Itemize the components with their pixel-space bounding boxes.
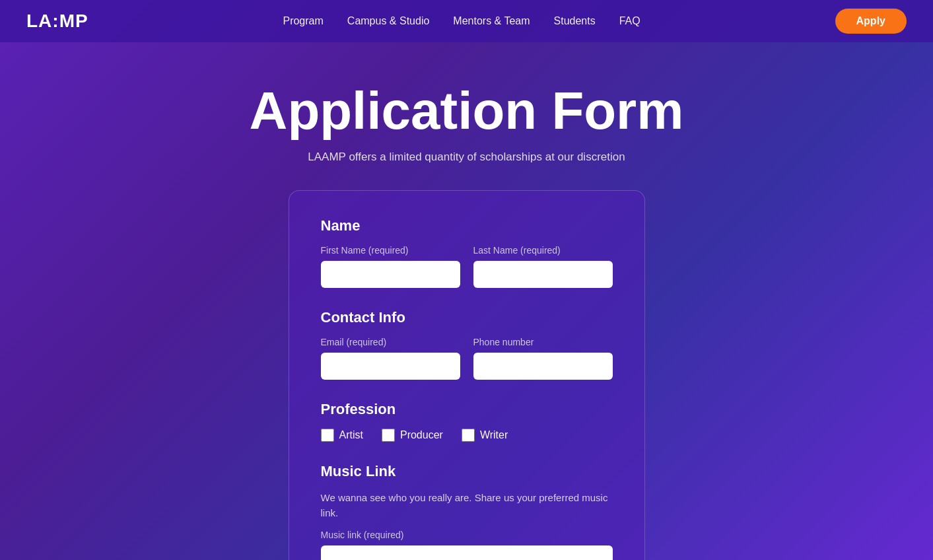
last-name-field: Last Name (required) [473,245,613,288]
writer-label: Writer [480,429,508,441]
phone-field: Phone number [473,337,613,380]
nav-item-campus-studio[interactable]: Campus & Studio [347,15,430,26]
profession-section: Profession Artist Producer Writer [321,401,613,442]
hero-section: Application Form LAAMP offers a limited … [0,42,933,190]
producer-label: Producer [400,429,443,441]
page-title: Application Form [13,82,920,140]
first-name-field: First Name (required) [321,245,460,288]
music-link-field: Music link (required) [321,530,613,560]
application-form-card: Name First Name (required) Last Name (re… [289,190,645,560]
artist-checkbox[interactable] [321,429,334,442]
nav-links: Program Campus & Studio Mentors & Team S… [283,15,640,27]
first-name-input[interactable] [321,261,460,288]
name-section-heading: Name [321,217,613,234]
music-link-input[interactable] [321,545,613,560]
last-name-input[interactable] [473,261,613,288]
profession-section-heading: Profession [321,401,613,418]
writer-checkbox[interactable] [462,429,475,442]
apply-button[interactable]: Apply [835,9,907,34]
producer-checkbox[interactable] [382,429,395,442]
nav-item-faq[interactable]: FAQ [619,15,640,26]
logo: LA:MP [26,11,88,32]
music-link-description: We wanna see who you really are. Share u… [321,491,613,520]
nav-item-mentors-team[interactable]: Mentors & Team [453,15,530,26]
artist-label: Artist [339,429,363,441]
music-link-heading: Music Link [321,463,613,480]
music-link-section: Music Link We wanna see who you really a… [321,463,613,560]
contact-section-heading: Contact Info [321,309,613,326]
profession-option-producer[interactable]: Producer [382,429,443,442]
email-label: Email (required) [321,337,460,347]
profession-option-artist[interactable]: Artist [321,429,363,442]
last-name-label: Last Name (required) [473,245,613,256]
profession-option-writer[interactable]: Writer [462,429,508,442]
phone-input[interactable] [473,353,613,380]
hero-subtitle: LAAMP offers a limited quantity of schol… [13,151,920,164]
name-row: First Name (required) Last Name (require… [321,245,613,288]
navbar: LA:MP Program Campus & Studio Mentors & … [0,0,933,42]
profession-options: Artist Producer Writer [321,429,613,442]
email-field: Email (required) [321,337,460,380]
first-name-label: First Name (required) [321,245,460,256]
phone-label: Phone number [473,337,613,347]
nav-item-program[interactable]: Program [283,15,323,26]
email-input[interactable] [321,353,460,380]
nav-item-students[interactable]: Students [554,15,596,26]
music-link-label: Music link (required) [321,530,613,540]
name-section: Name First Name (required) Last Name (re… [321,217,613,288]
contact-section: Contact Info Email (required) Phone numb… [321,309,613,380]
contact-row: Email (required) Phone number [321,337,613,380]
